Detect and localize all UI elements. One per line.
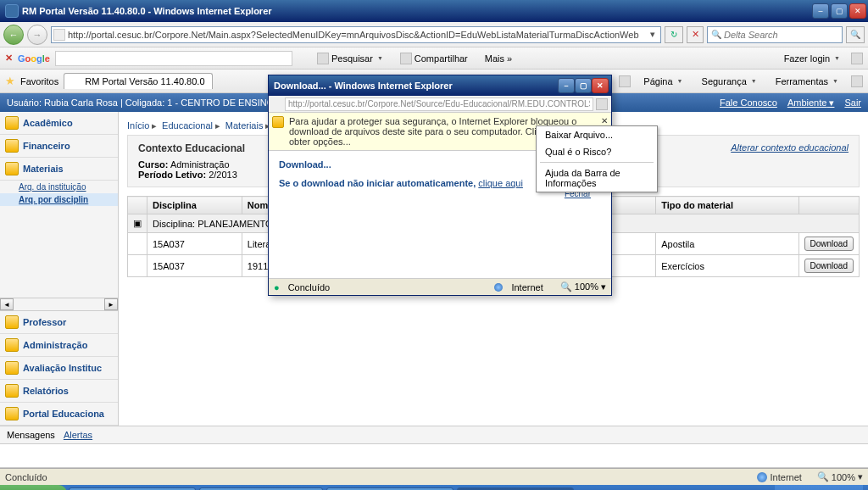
- modal-url-input[interactable]: [285, 97, 593, 111]
- bc-inicio[interactable]: Início: [127, 120, 149, 131]
- search-box[interactable]: 🔍: [707, 26, 843, 43]
- tab-alertas[interactable]: Alertas: [64, 430, 92, 440]
- bc-educacional[interactable]: Educacional: [162, 120, 213, 131]
- message-pane: [0, 444, 868, 468]
- start-button[interactable]: Iniciar: [0, 485, 67, 490]
- menu-baixar-arquivo[interactable]: Baixar Arquivo...: [537, 126, 657, 143]
- wrench-icon: [5, 338, 19, 352]
- modal-maximize[interactable]: ▢: [575, 78, 592, 93]
- folder-icon: [5, 162, 19, 175]
- login-button[interactable]: Fazer login▼: [778, 51, 846, 66]
- help-icon[interactable]: [851, 75, 863, 87]
- download-button[interactable]: Download: [804, 237, 854, 251]
- sidebar-avaliacao[interactable]: Avaliação Instituc: [0, 357, 118, 380]
- search-go-button[interactable]: 🔍: [846, 26, 865, 43]
- globe-icon: [757, 472, 767, 482]
- ferramentas-menu[interactable]: Ferramentas▼: [770, 74, 844, 89]
- menu-qual-risco[interactable]: Qual é o Risco?: [537, 143, 657, 160]
- curso-value: Administração: [170, 159, 230, 170]
- zoom-control[interactable]: 🔍 100% ▾: [817, 471, 863, 482]
- google-toolbar: ✕ Google Pesquisar▼ Compartilhar Mais » …: [0, 47, 868, 70]
- browser-tab[interactable]: RM Portal Versão 11.40.80.0: [64, 73, 212, 89]
- tab-icon: [71, 76, 81, 86]
- favorites-label[interactable]: Favoritos: [20, 76, 58, 86]
- globe-icon: [5, 407, 19, 420]
- report-icon: [5, 384, 19, 398]
- book-icon: [5, 116, 19, 130]
- sidebar-arq-disciplina[interactable]: Arq. por disciplin: [0, 193, 118, 206]
- download-button[interactable]: Download: [804, 259, 854, 273]
- modal-address-bar: [269, 96, 611, 113]
- mais-button[interactable]: Mais »: [479, 51, 518, 66]
- seguranca-menu[interactable]: Segurança▼: [696, 74, 763, 89]
- sidebar-professor[interactable]: Professor: [0, 311, 118, 334]
- page-icon: [272, 99, 282, 109]
- th-disciplina[interactable]: Disciplina: [147, 197, 242, 214]
- globe-icon: [494, 283, 503, 292]
- google-search-input[interactable]: [55, 51, 292, 66]
- sidebar-relatorios[interactable]: Relatórios: [0, 380, 118, 403]
- infobar-close[interactable]: ✕: [601, 116, 608, 125]
- url-dropdown[interactable]: ▾: [647, 29, 659, 40]
- back-button[interactable]: ←: [3, 25, 24, 45]
- modal-titlebar[interactable]: Download... - Windows Internet Explorer …: [269, 75, 611, 96]
- refresh-button[interactable]: ↻: [665, 26, 683, 43]
- pagina-menu[interactable]: Página▼: [637, 74, 688, 89]
- search-icon: 🔍: [711, 30, 721, 39]
- modal-close[interactable]: ✕: [592, 78, 609, 93]
- wrench-icon[interactable]: [851, 53, 863, 64]
- cell-tipo: Exercícios: [656, 255, 798, 277]
- sidebar-administracao[interactable]: Administração: [0, 334, 118, 357]
- modal-zone: Internet: [511, 282, 542, 292]
- sidebar: Acadêmico Financeiro Materiais Arq. da i…: [0, 112, 119, 426]
- th-tipo[interactable]: Tipo do material: [656, 197, 798, 214]
- clique-aqui-link[interactable]: clique aqui: [478, 178, 523, 188]
- user-info: Usuário: Rubia Carla Rosa | Coligada: 1 …: [7, 97, 309, 108]
- clipboard-icon: [5, 361, 19, 375]
- address-bar[interactable]: ▾: [51, 26, 661, 43]
- pesquisar-button[interactable]: Pesquisar▼: [311, 50, 389, 67]
- sair-link[interactable]: Sair: [844, 97, 861, 109]
- system-tray[interactable]: PT 19:45: [775, 485, 863, 490]
- ambiente-link[interactable]: Ambiente ▾: [787, 97, 835, 109]
- toolbar-close[interactable]: ✕: [5, 53, 13, 64]
- print-icon[interactable]: [619, 75, 631, 87]
- bc-materiais[interactable]: Materiais: [225, 120, 264, 131]
- minimize-button[interactable]: –: [812, 3, 829, 19]
- message-tabs: Mensagens Alertas: [0, 426, 868, 444]
- periodo-label: Período Letivo:: [138, 170, 206, 180]
- menu-separator: [540, 162, 654, 163]
- window-titlebar: RM Portal Versão 11.40.80.0 - Windows In…: [0, 0, 868, 22]
- tab-title: RM Portal Versão 11.40.80.0: [85, 76, 204, 86]
- sidebar-financeiro[interactable]: Financeiro: [0, 135, 118, 158]
- ie-icon: [5, 4, 19, 18]
- curso-label: Curso:: [138, 159, 168, 170]
- modal-minimize[interactable]: –: [558, 78, 575, 93]
- maximize-button[interactable]: ▢: [831, 3, 848, 19]
- modal-status-bar: ●Concluído Internet 🔍 100% ▾: [269, 278, 611, 295]
- share-icon: [400, 53, 412, 64]
- sidebar-materiais[interactable]: Materiais: [0, 158, 118, 181]
- search-input[interactable]: [724, 30, 842, 40]
- modal-status-text: Concluído: [288, 282, 331, 292]
- url-input[interactable]: [68, 30, 647, 40]
- stop-button[interactable]: ✕: [687, 26, 704, 43]
- sidebar-academico[interactable]: Acadêmico: [0, 112, 118, 135]
- sidebar-hscroll[interactable]: ◄►: [0, 298, 118, 311]
- page-icon: [53, 29, 65, 41]
- modal-go-icon[interactable]: [596, 98, 608, 110]
- sidebar-portal[interactable]: Portal Educaciona: [0, 403, 118, 426]
- tab-mensagens[interactable]: Mensagens: [7, 430, 55, 440]
- google-logo: Google: [18, 52, 50, 64]
- menu-ajuda-barra[interactable]: Ajuda da Barra de Informações: [537, 164, 657, 192]
- compartilhar-button[interactable]: Compartilhar: [394, 50, 474, 67]
- download-text: Se o download não iniciar automaticament…: [279, 178, 478, 188]
- close-button[interactable]: ✕: [849, 3, 866, 19]
- sidebar-arq-instituicao[interactable]: Arq. da instituição: [0, 181, 118, 193]
- fale-conosco-link[interactable]: Fale Conosco: [720, 97, 777, 109]
- alterar-contexto-link[interactable]: Alterar contexto educacional: [731, 142, 849, 153]
- shield-icon: [272, 116, 284, 128]
- forward-button[interactable]: →: [27, 25, 47, 45]
- favorites-star-icon[interactable]: ★: [5, 75, 15, 87]
- search-icon: [317, 53, 329, 64]
